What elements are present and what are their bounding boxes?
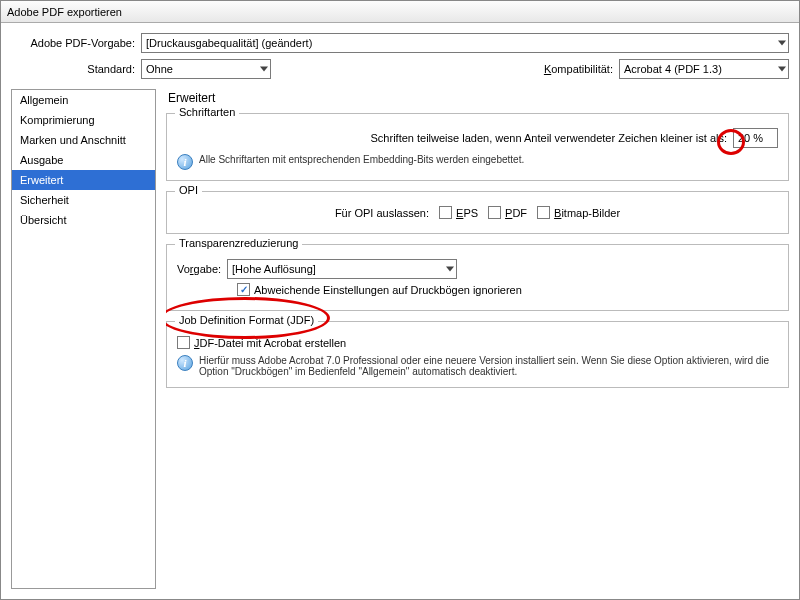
window-title: Adobe PDF exportieren <box>7 6 122 18</box>
transp-preset-row: Vorgabe: [Hohe Auflösung] <box>177 259 778 279</box>
font-hint: Alle Schriftarten mit entsprechenden Emb… <box>199 154 524 165</box>
info-icon: i <box>177 355 193 371</box>
jdf-create-label: JDF-Datei mit Acrobat erstellen <box>194 337 346 349</box>
standard-compat-row: Standard: Ohne Kompatibilität: Acrobat 4… <box>11 59 789 79</box>
group-transparency-title: Transparenzreduzierung <box>175 237 302 249</box>
opi-pdf-option[interactable]: PDF <box>488 206 527 219</box>
compat-value: Acrobat 4 (PDF 1.3) <box>624 63 722 75</box>
sidebar-item-komprimierung[interactable]: Komprimierung <box>12 110 155 130</box>
dialog-content: Adobe PDF-Vorgabe: [Druckausgabequalität… <box>1 23 799 599</box>
transp-preset-dropdown[interactable]: [Hohe Auflösung] <box>227 259 457 279</box>
transp-ignore-checkbox[interactable] <box>237 283 250 296</box>
group-fonts-title: Schriftarten <box>175 106 239 118</box>
group-fonts: Schriftarten Schriften teilweise laden, … <box>166 113 789 181</box>
chevron-down-icon <box>446 267 454 272</box>
opi-eps-checkbox[interactable] <box>439 206 452 219</box>
jdf-hint: Hierfür muss Adobe Acrobat 7.0 Professio… <box>199 355 778 377</box>
opi-bitmap-checkbox[interactable] <box>537 206 550 219</box>
sidebar-item-uebersicht[interactable]: Übersicht <box>12 210 155 230</box>
group-opi: OPI Für OPI auslassen: EPS PDF <box>166 191 789 234</box>
jdf-create-checkbox[interactable] <box>177 336 190 349</box>
group-jdf-title: Job Definition Format (JDF) <box>175 314 318 326</box>
sidebar-item-sicherheit[interactable]: Sicherheit <box>12 190 155 210</box>
opi-eps-option[interactable]: EPS <box>439 206 478 219</box>
sidebar-item-erweitert[interactable]: Erweitert <box>12 170 155 190</box>
font-subset-input[interactable] <box>733 128 778 148</box>
sidebar-item-marken[interactable]: Marken und Anschnitt <box>12 130 155 150</box>
chevron-down-icon <box>260 67 268 72</box>
opi-label: Für OPI auslassen: <box>335 207 429 219</box>
panel-title: Erweitert <box>168 91 789 105</box>
font-hint-row: i Alle Schriftarten mit entsprechenden E… <box>177 154 778 170</box>
main-row: Allgemein Komprimierung Marken und Ansch… <box>11 89 789 589</box>
font-subset-row: Schriften teilweise laden, wenn Anteil v… <box>177 128 778 148</box>
chevron-down-icon <box>778 41 786 46</box>
transp-ignore-label: Abweichende Einstellungen auf Druckbögen… <box>254 284 522 296</box>
preset-dropdown[interactable]: [Druckausgabequalität] (geändert) <box>141 33 789 53</box>
transp-ignore-row: Abweichende Einstellungen auf Druckbögen… <box>177 283 778 296</box>
standard-dropdown[interactable]: Ohne <box>141 59 271 79</box>
compat-dropdown[interactable]: Acrobat 4 (PDF 1.3) <box>619 59 789 79</box>
export-pdf-dialog: Adobe PDF exportieren Adobe PDF-Vorgabe:… <box>0 0 800 600</box>
chevron-down-icon <box>778 67 786 72</box>
group-jdf: Job Definition Format (JDF) JDF-Datei mi… <box>166 321 789 388</box>
standard-label: Standard: <box>11 63 141 75</box>
info-icon: i <box>177 154 193 170</box>
jdf-hint-row: i Hierfür muss Adobe Acrobat 7.0 Profess… <box>177 355 778 377</box>
sidebar-item-ausgabe[interactable]: Ausgabe <box>12 150 155 170</box>
compat-label: Kompatibilität: <box>544 63 619 75</box>
transp-preset-value: [Hohe Auflösung] <box>232 263 316 275</box>
font-subset-label: Schriften teilweise laden, wenn Anteil v… <box>371 132 727 144</box>
opi-pdf-checkbox[interactable] <box>488 206 501 219</box>
advanced-panel: Erweitert Schriftarten Schriften teilwei… <box>166 89 789 589</box>
opi-row: Für OPI auslassen: EPS PDF Bitmap-Bilder <box>177 206 778 219</box>
preset-label: Adobe PDF-Vorgabe: <box>11 37 141 49</box>
window-titlebar: Adobe PDF exportieren <box>1 1 799 23</box>
group-transparency: Transparenzreduzierung Vorgabe: [Hohe Au… <box>166 244 789 311</box>
category-sidebar: Allgemein Komprimierung Marken und Ansch… <box>11 89 156 589</box>
sidebar-item-allgemein[interactable]: Allgemein <box>12 90 155 110</box>
opi-bitmap-option[interactable]: Bitmap-Bilder <box>537 206 620 219</box>
transp-preset-label: Vorgabe: <box>177 263 221 275</box>
standard-value: Ohne <box>146 63 173 75</box>
preset-value: [Druckausgabequalität] (geändert) <box>146 37 312 49</box>
jdf-create-row: JDF-Datei mit Acrobat erstellen <box>177 336 778 349</box>
group-opi-title: OPI <box>175 184 202 196</box>
preset-row: Adobe PDF-Vorgabe: [Druckausgabequalität… <box>11 33 789 53</box>
